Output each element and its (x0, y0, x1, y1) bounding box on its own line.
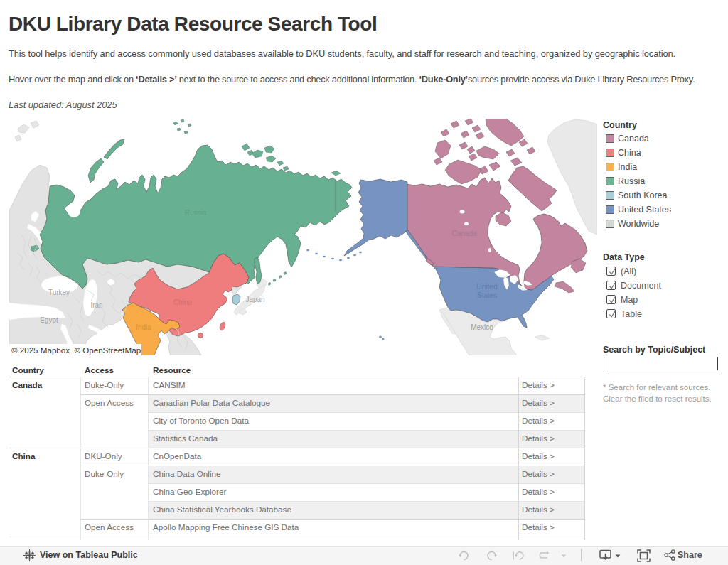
svg-text:Iran: Iran (90, 301, 102, 309)
svg-text:© 2025 Mapbox © OpenStreetMap: © 2025 Mapbox © OpenStreetMap (11, 345, 141, 355)
svg-text:United: United (477, 283, 498, 291)
svg-text:India: India (136, 323, 151, 331)
svg-text:Canada: Canada (451, 230, 476, 237)
svg-text:Japan: Japan (245, 296, 264, 303)
svg-text:China: China (173, 298, 193, 306)
svg-text:Russia: Russia (185, 209, 207, 217)
svg-text:Egypt: Egypt (40, 316, 58, 324)
svg-text:States: States (477, 291, 497, 299)
svg-text:Turkey: Turkey (48, 289, 70, 296)
svg-text:Mexico: Mexico (471, 323, 493, 331)
